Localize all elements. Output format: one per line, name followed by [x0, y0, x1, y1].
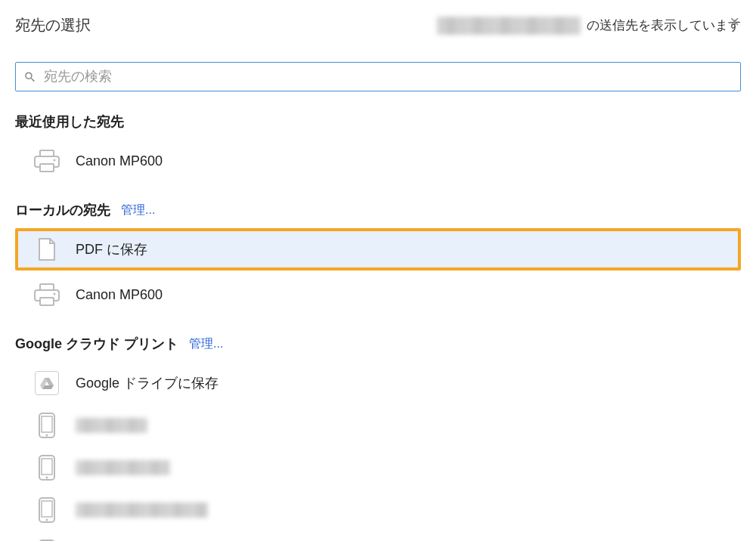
destination-recent-canon[interactable]: Canon MP600	[15, 140, 741, 182]
destination-pdf-save[interactable]: PDF に保存	[15, 228, 741, 270]
svg-point-10	[46, 434, 48, 437]
section-local: ローカルの宛先 管理... PDF に保存 Canon MP600	[15, 201, 741, 316]
printer-icon	[33, 147, 60, 175]
section-title-recent: 最近使用した宛先	[15, 113, 124, 131]
svg-rect-6	[40, 298, 54, 305]
destination-device-3[interactable]	[15, 489, 741, 531]
svg-rect-0	[40, 150, 54, 156]
close-icon[interactable]: ×	[730, 14, 739, 30]
redacted-device-label	[76, 460, 170, 475]
destination-label: Google ドライブに保存	[76, 374, 218, 392]
dialog-title: 宛先の選択	[15, 15, 91, 36]
destination-label: PDF に保存	[76, 240, 147, 258]
svg-rect-2	[40, 164, 54, 172]
svg-point-7	[54, 293, 56, 295]
svg-rect-12	[42, 459, 52, 475]
search-box[interactable]	[15, 62, 741, 91]
document-icon	[33, 236, 60, 263]
phone-icon	[33, 454, 60, 481]
search-icon	[23, 70, 36, 84]
svg-point-3	[54, 159, 56, 162]
destination-label: Canon MP600	[76, 287, 163, 303]
printer-icon	[33, 281, 60, 308]
section-recent: 最近使用した宛先 Canon MP600	[15, 113, 741, 182]
redacted-account	[437, 17, 581, 35]
destination-device-1[interactable]	[15, 404, 741, 447]
search-input[interactable]	[44, 69, 733, 85]
phone-icon	[33, 496, 60, 524]
phone-icon	[33, 412, 60, 439]
destination-local-canon[interactable]: Canon MP600	[15, 274, 741, 316]
drive-icon	[33, 369, 60, 397]
destination-google-drive[interactable]: Google ドライブに保存	[15, 362, 741, 404]
section-title-local: ローカルの宛先	[15, 201, 110, 219]
subtitle-suffix: の送信先を表示しています	[587, 17, 741, 34]
destination-label: Canon MP600	[76, 153, 163, 169]
redacted-device-label	[76, 502, 208, 518]
redacted-device-label	[76, 418, 147, 433]
section-cloud: Google クラウド プリント 管理... Google ドライブに保存	[15, 335, 741, 541]
svg-point-16	[46, 519, 48, 521]
manage-cloud-link[interactable]: 管理...	[189, 336, 223, 352]
destination-device-2[interactable]	[15, 447, 741, 489]
svg-rect-4	[40, 284, 54, 290]
manage-local-link[interactable]: 管理...	[121, 202, 155, 218]
section-title-cloud: Google クラウド プリント	[15, 335, 178, 353]
destination-device-4[interactable]	[15, 531, 741, 541]
svg-point-13	[46, 477, 48, 479]
svg-rect-15	[42, 501, 52, 517]
subtitle-wrap: の送信先を表示しています	[437, 17, 741, 35]
dialog-header: 宛先の選択 の送信先を表示しています	[15, 15, 741, 36]
svg-rect-9	[42, 416, 52, 432]
